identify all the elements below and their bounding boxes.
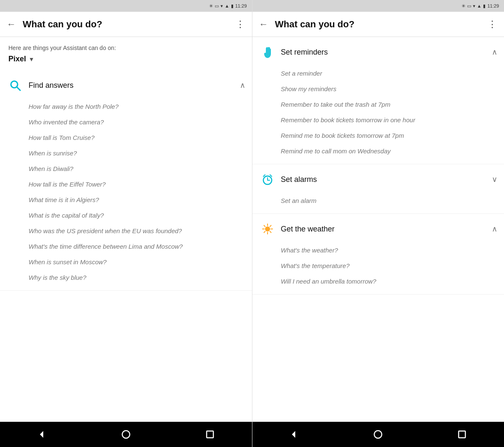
menu-button-right[interactable]: ⋮ xyxy=(488,19,497,30)
svg-point-11 xyxy=(265,226,270,231)
set-reminders-item[interactable]: Remember to take out the trash at 7pm xyxy=(281,97,498,112)
set-reminders-item[interactable]: Remind me to book tickets tomorrow at 7p… xyxy=(281,128,498,143)
left-screen: ✳ ▭ ▾ ▲ ▮ 11:29 ← What can you do? ⋮ Her… xyxy=(0,0,252,447)
section-chevron-set-reminders: ∧ xyxy=(492,47,497,57)
section-set-alarms: Set alarms∨Set an alarm xyxy=(252,164,504,214)
right-screen: ✳ ▭ ▾ ▲ ▮ 11:29 ← What can you do? ⋮ Set… xyxy=(252,0,504,447)
nav-back-left[interactable] xyxy=(32,424,52,445)
svg-line-17 xyxy=(270,231,271,233)
phone-icon: ▭ xyxy=(215,3,219,9)
section-items-find-answers: How far away is the North Pole?Who inven… xyxy=(0,99,252,290)
find-answers-item[interactable]: When is sunset in Moscow? xyxy=(29,254,245,270)
section-items-get-weather: What's the weather?What's the temperatur… xyxy=(252,242,504,294)
section-title-set-alarms: Set alarms xyxy=(281,175,492,184)
back-button-left[interactable]: ← xyxy=(7,19,16,30)
nav-bar-right xyxy=(252,422,504,447)
section-chevron-get-weather: ∧ xyxy=(492,224,497,234)
get-weather-item[interactable]: Will I need an umbrella tomorrow? xyxy=(281,273,498,289)
set-reminders-item[interactable]: Set a reminder xyxy=(281,66,498,81)
svg-rect-22 xyxy=(459,431,465,438)
device-dropdown-arrow: ▼ xyxy=(29,56,34,63)
section-chevron-set-alarms: ∨ xyxy=(492,175,497,184)
nav-home-right[interactable] xyxy=(368,424,388,445)
reminder-icon xyxy=(259,44,276,60)
page-title-left: What can you do? xyxy=(23,19,236,30)
find-answers-item[interactable]: When is sunrise? xyxy=(29,145,245,161)
signal-icon-r: ▲ xyxy=(477,3,482,8)
svg-marker-2 xyxy=(40,431,43,438)
bluetooth-icon-r: ✳ xyxy=(462,3,465,9)
section-items-set-reminders: Set a reminderShow my remindersRemember … xyxy=(252,66,504,164)
svg-marker-20 xyxy=(292,431,295,438)
svg-point-5 xyxy=(268,47,270,50)
svg-line-10 xyxy=(270,175,272,176)
find-answers-item[interactable]: What is the capital of Italy? xyxy=(29,208,245,223)
nav-home-left[interactable] xyxy=(116,424,136,445)
svg-line-18 xyxy=(270,226,271,227)
find-answers-item[interactable]: How tall is the Eiffel Tower? xyxy=(29,176,245,192)
intro-text: Here are things your Assistant can do on… xyxy=(0,37,252,53)
status-icons-left: ✳ ▭ ▾ ▲ ▮ 11:29 xyxy=(209,3,247,9)
section-items-set-alarms: Set an alarm xyxy=(252,193,504,213)
set-alarms-item[interactable]: Set an alarm xyxy=(281,193,498,208)
phone-icon-r: ▭ xyxy=(467,3,471,9)
nav-recents-right[interactable] xyxy=(452,424,472,445)
back-button-right[interactable]: ← xyxy=(259,19,268,30)
section-header-find-answers[interactable]: Find answers ∧ xyxy=(0,70,252,99)
search-icon xyxy=(7,77,24,94)
status-icons-right: ✳ ▭ ▾ ▲ ▮ 11:29 xyxy=(462,3,499,9)
section-title-set-reminders: Set reminders xyxy=(281,48,492,57)
battery-icon: ▮ xyxy=(231,3,234,9)
svg-point-3 xyxy=(122,431,130,438)
svg-line-1 xyxy=(17,87,20,90)
nav-back-right[interactable] xyxy=(284,424,304,445)
nav-bar-left xyxy=(0,422,252,447)
status-bar-right: ✳ ▭ ▾ ▲ ▮ 11:29 xyxy=(252,0,504,12)
nav-recents-left[interactable] xyxy=(200,424,220,445)
section-set-reminders: Set reminders∧Set a reminderShow my remi… xyxy=(252,37,504,164)
device-selector[interactable]: Pixel ▼ xyxy=(0,53,252,70)
bluetooth-icon: ✳ xyxy=(209,3,213,9)
wifi-icon: ▾ xyxy=(220,3,223,9)
battery-icon-r: ▮ xyxy=(483,3,486,9)
find-answers-item[interactable]: How far away is the North Pole? xyxy=(29,99,245,114)
toolbar-left: ← What can you do? ⋮ xyxy=(0,12,252,37)
alarm-icon xyxy=(259,171,276,188)
set-reminders-item[interactable]: Remember to book tickets tomorrow in one… xyxy=(281,112,498,128)
svg-point-21 xyxy=(374,431,382,438)
weather-icon xyxy=(259,221,276,237)
svg-line-9 xyxy=(263,175,265,176)
set-reminders-item[interactable]: Remind me to call mom on Wednesday xyxy=(281,143,498,159)
time-right: 11:29 xyxy=(487,3,499,8)
find-answers-item[interactable]: Who invented the camera? xyxy=(29,114,245,130)
wifi-icon-r: ▾ xyxy=(473,3,475,9)
section-header-set-reminders[interactable]: Set reminders∧ xyxy=(252,37,504,66)
find-answers-item[interactable]: When is Diwali? xyxy=(29,161,245,176)
toolbar-right: ← What can you do? ⋮ xyxy=(252,12,504,37)
find-answers-item[interactable]: What's the time difference between Lima … xyxy=(29,239,245,254)
section-header-get-weather[interactable]: Get the weather∧ xyxy=(252,214,504,242)
time-left: 11:29 xyxy=(235,3,247,8)
section-title-find-answers: Find answers xyxy=(29,81,240,90)
device-label: Pixel xyxy=(8,55,26,63)
set-reminders-item[interactable]: Show my reminders xyxy=(281,81,498,97)
get-weather-item[interactable]: What's the temperature? xyxy=(281,258,498,273)
section-header-set-alarms[interactable]: Set alarms∨ xyxy=(252,164,504,193)
find-answers-item[interactable]: How tall is Tom Cruise? xyxy=(29,130,245,145)
content-left: Here are things your Assistant can do on… xyxy=(0,37,252,422)
get-weather-item[interactable]: What's the weather? xyxy=(281,242,498,258)
section-title-get-weather: Get the weather xyxy=(281,225,492,234)
find-answers-item[interactable]: What time is it in Algiers? xyxy=(29,192,245,208)
svg-line-19 xyxy=(264,231,265,233)
section-get-weather: Get the weather∧What's the weather?What'… xyxy=(252,214,504,294)
section-chevron-find-answers: ∧ xyxy=(240,81,245,90)
find-answers-item[interactable]: Why is the sky blue? xyxy=(29,270,245,285)
status-bar-left: ✳ ▭ ▾ ▲ ▮ 11:29 xyxy=(0,0,252,12)
svg-rect-4 xyxy=(207,431,213,438)
find-answers-item[interactable]: Who was the US president when the EU was… xyxy=(29,223,245,239)
signal-icon: ▲ xyxy=(225,3,229,8)
content-right: Set reminders∧Set a reminderShow my remi… xyxy=(252,37,504,422)
menu-button-left[interactable]: ⋮ xyxy=(236,19,245,30)
page-title-right: What can you do? xyxy=(275,19,488,30)
svg-line-16 xyxy=(264,226,265,227)
